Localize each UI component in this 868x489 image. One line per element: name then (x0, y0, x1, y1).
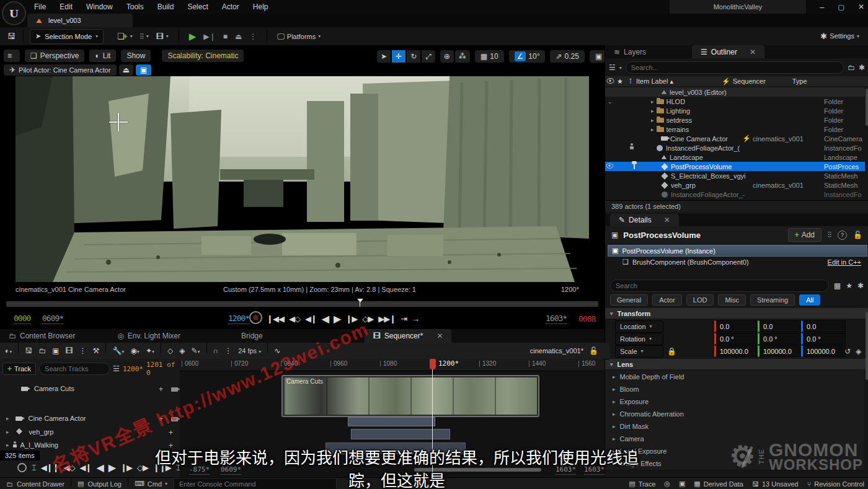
cmd-dropdown[interactable]: ⌨Cmd▾ (128, 478, 174, 489)
range-start[interactable]: -875* (189, 465, 210, 475)
track-a-i-walking[interactable]: ▸ A_I_Walking (6, 441, 58, 449)
seq-record-button[interactable] (17, 463, 27, 472)
rotation-y-field[interactable]: 0.0 ° (758, 333, 802, 345)
keyframe-options-icon[interactable]: ◇ (167, 346, 173, 355)
transform-section-header[interactable]: ▾Transform (605, 308, 868, 319)
blueprint-edit-icon[interactable]: ⫶⫶ (828, 231, 831, 239)
outliner-row[interactable]: Cine Camera Actor ⚡ cinematics_v001CineC… (605, 134, 865, 143)
track-veh-grp[interactable]: ▸ veh_grp (6, 428, 53, 436)
more-icon[interactable]: ⋮ (79, 346, 87, 355)
save-sequence-icon[interactable]: 🖫 (25, 346, 32, 355)
section-bar-3[interactable] (326, 443, 466, 454)
add-actor-button[interactable]: ❑+▾ (113, 29, 136, 45)
insights-icon[interactable]: ◎ (664, 480, 670, 488)
playback-start[interactable]: 0000 (14, 314, 30, 324)
edit-in-cpp-link[interactable]: Edit in C++ (828, 258, 861, 266)
track-camera-cuts[interactable]: Camera Cuts (19, 385, 74, 392)
filter-lod[interactable]: LOD (686, 294, 714, 306)
seq-next-key-button[interactable]: ◇▶ (137, 463, 148, 472)
seq-step-forward-button[interactable]: ❙▶ (120, 463, 132, 472)
seq-to-end-button[interactable]: ❙❙▶ (153, 463, 171, 472)
range-in[interactable]: 0609* (221, 465, 241, 475)
play-mode-button[interactable]: → (412, 314, 419, 324)
menu-window[interactable]: Window (79, 0, 120, 14)
cine-camera-cam-icon[interactable] (169, 415, 180, 423)
column-sequencer[interactable]: Sequencer (733, 77, 792, 85)
scale-z-field[interactable]: 100000.0 (801, 345, 846, 357)
sequencer-actions-icon[interactable]: ⚒ (93, 346, 100, 355)
unlocked-icon[interactable]: 🔓 (853, 231, 862, 239)
tab-sequencer[interactable]: 🎞Sequencer*✕ (365, 329, 452, 343)
outliner-row[interactable]: level_v003 (Editor) (605, 87, 865, 97)
location-z-field[interactable]: 0.0 (801, 320, 846, 332)
close-tab-icon[interactable]: ✕ (436, 332, 443, 340)
cine-camera-add-icon[interactable]: + (159, 415, 163, 423)
sequencer-current-frame[interactable]: 1200* (123, 365, 143, 373)
step-forward-button[interactable]: ❙▶ (345, 314, 357, 324)
derived-data-button[interactable]: ▦Derived Data (694, 480, 743, 488)
playback-options-icon[interactable]: ✦▾ (146, 346, 154, 355)
lit-dropdown[interactable]: ◐Lit (89, 50, 116, 62)
seq-play-button[interactable]: ▶ (108, 462, 115, 474)
camera-cuts-add-icon[interactable]: + (159, 385, 163, 394)
outliner-row[interactable]: ⌄ ▸ HLODFolder (605, 97, 865, 106)
keyframe-icon[interactable]: ◈ (856, 347, 861, 356)
seq-prev-key-button[interactable]: ◀◇ (64, 463, 75, 472)
details-scrollbar[interactable] (866, 312, 868, 380)
favorite-column-icon[interactable]: ★ (615, 77, 625, 86)
close-tab-icon[interactable]: ✕ (664, 216, 670, 224)
lens-row-exposure[interactable]: ▸Exposure (605, 395, 864, 408)
render-movie-icon[interactable]: 🎞 (66, 346, 73, 355)
lens-row-mobile-dof[interactable]: ▸Mobile Depth of Field (605, 371, 864, 384)
location-x-field[interactable]: 0.0 (714, 320, 759, 332)
component-row[interactable]: ❑ BrushComponent (BrushComponent0) Edit … (608, 257, 866, 267)
lens-section-header[interactable]: ▾Lens (605, 359, 868, 369)
instance-row[interactable]: ▣ PostProcessVolume (Instance) (608, 245, 867, 257)
filter-actor[interactable]: Actor (652, 294, 682, 306)
menu-edit[interactable]: Edit (53, 0, 79, 14)
auto-key-icon[interactable]: ◈ (179, 346, 185, 355)
pin-column-icon[interactable]: ⊺ (625, 77, 636, 86)
next-key-button[interactable]: ◇▶ (362, 314, 373, 324)
output-log-button[interactable]: ▤Output Log (71, 478, 128, 489)
close-tab-icon[interactable]: ✕ (750, 48, 756, 56)
section-bar-2[interactable] (351, 429, 450, 439)
settings-dropdown[interactable]: ✱ Settings▾ (817, 28, 863, 44)
lens-row-dirt-mask[interactable]: ▸Dirt Mask (605, 420, 864, 433)
unreal-logo-icon[interactable]: U (2, 1, 26, 25)
lens-row-local-exposure[interactable]: ▸Local Exposure (605, 445, 864, 458)
menu-file[interactable]: File (27, 0, 53, 14)
console-command-input[interactable] (174, 478, 337, 489)
surface-snap-icon[interactable]: ⁂ (455, 50, 470, 63)
scrub-playhead-icon[interactable] (357, 299, 363, 302)
seq-step-back-button[interactable]: ◀❙ (80, 463, 92, 472)
viewport-render[interactable] (16, 76, 589, 282)
play-options-button[interactable]: ⋮ (246, 29, 260, 45)
seq-to-front-button[interactable]: ◀❙❙ (41, 463, 59, 472)
play-reverse-button[interactable]: ◀ (322, 313, 329, 325)
seq-bracket-in-button[interactable]: ⌶ (32, 463, 36, 473)
menu-build[interactable]: Build (151, 0, 181, 14)
selection-mode-dropdown[interactable]: ➤ Selection Mode ▾ (30, 29, 104, 44)
play-forward-button[interactable]: ▶ (334, 313, 340, 325)
scale-dropdown[interactable]: Scale▾ (615, 345, 663, 358)
play-button[interactable]: ▶ (185, 29, 200, 45)
create-camera-icon[interactable]: ▣ (52, 346, 59, 355)
outliner-row[interactable]: ▸ LightingFolder (605, 106, 865, 115)
tab-env-light-mixer[interactable]: ◎Env. Light Mixer (108, 329, 189, 343)
menu-help[interactable]: Help (246, 0, 275, 14)
pin-icon[interactable] (634, 164, 635, 169)
rotation-x-field[interactable]: 0.0 ° (714, 333, 759, 345)
playback-end[interactable]: 1603* (546, 314, 567, 324)
world-space-icon[interactable]: ⊕ (440, 50, 454, 63)
stop-piloting-icon[interactable]: ⏏ (119, 64, 133, 76)
move-tool-icon[interactable]: ✛ (392, 50, 405, 63)
outliner-scrollbar[interactable] (866, 89, 868, 126)
scale-x-field[interactable]: 100000.0 (714, 345, 759, 357)
rotation-dropdown[interactable]: Rotation▾ (615, 333, 663, 345)
filter-icon[interactable]: ☱ (609, 63, 616, 72)
camera-cuts-clip[interactable]: Camera Cuts (281, 375, 539, 417)
snapping-icon[interactable]: ∩ (213, 346, 219, 355)
minimize-button[interactable]: – (820, 2, 824, 12)
scale-snap-button[interactable]: ⇗0.25 (550, 50, 584, 63)
